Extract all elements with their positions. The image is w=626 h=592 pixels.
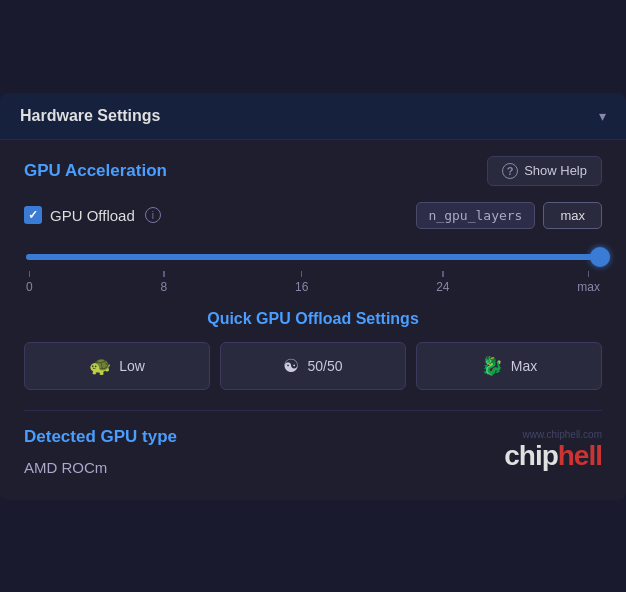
tick-dash: [29, 271, 31, 277]
quick-settings-title: Quick GPU Offload Settings: [24, 310, 602, 328]
quick-max-button[interactable]: 🐉 Max: [416, 342, 602, 390]
detected-gpu-left: Detected GPU type AMD ROCm: [24, 427, 177, 476]
detected-gpu-title: Detected GPU type: [24, 427, 177, 447]
low-icon: 🐢: [89, 355, 111, 377]
tick-label-0: 0: [26, 280, 33, 294]
gpu-layers-slider-container: 0 8 16 24 max: [24, 247, 602, 294]
tick-8: 8: [160, 271, 167, 294]
tick-16: 16: [295, 271, 308, 294]
tick-max: max: [577, 271, 600, 294]
gpu-offload-checkbox[interactable]: ✓: [24, 206, 42, 224]
quick-low-button[interactable]: 🐢 Low: [24, 342, 210, 390]
tick-label-8: 8: [160, 280, 167, 294]
tick-dash: [301, 271, 303, 277]
hardware-settings-panel: Hardware Settings ▾ GPU Acceleration ? S…: [0, 93, 626, 500]
gpu-offload-checkbox-wrapper[interactable]: ✓ GPU Offload: [24, 206, 135, 224]
show-help-button[interactable]: ? Show Help: [487, 156, 602, 186]
detected-gpu-header: Detected GPU type AMD ROCm www.chiphell.…: [24, 427, 602, 476]
slider-thumb[interactable]: [590, 247, 610, 267]
slider-ticks: 0 8 16 24 max: [26, 267, 600, 294]
fifty-icon: ☯: [283, 355, 299, 377]
show-help-label: Show Help: [524, 163, 587, 178]
param-name-label: n_gpu_layers: [416, 202, 536, 229]
gpu-offload-label: GPU Offload: [50, 207, 135, 224]
chevron-down-icon[interactable]: ▾: [599, 108, 606, 124]
slider-track: [26, 254, 600, 260]
tick-0: 0: [26, 271, 33, 294]
help-icon: ?: [502, 163, 518, 179]
quick-5050-button[interactable]: ☯ 50/50: [220, 342, 406, 390]
panel-title: Hardware Settings: [20, 107, 160, 125]
gpu-acceleration-title: GPU Acceleration: [24, 161, 167, 181]
tick-label-16: 16: [295, 280, 308, 294]
quick-settings-buttons: 🐢 Low ☯ 50/50 🐉 Max: [24, 342, 602, 390]
panel-header: Hardware Settings ▾: [0, 93, 626, 140]
slider-wrapper: [26, 247, 600, 267]
tick-label-24: 24: [436, 280, 449, 294]
panel-body: GPU Acceleration ? Show Help ✓ GPU Offlo…: [0, 140, 626, 500]
chip-text: chip: [504, 440, 558, 471]
quick-low-label: Low: [119, 358, 145, 374]
tick-label-max: max: [577, 280, 600, 294]
gpu-type-value: AMD ROCm: [24, 459, 177, 476]
chiphell-brand: chiphell: [504, 442, 602, 470]
tick-dash: [442, 271, 444, 277]
checkbox-check-icon: ✓: [28, 208, 38, 222]
quick-5050-label: 50/50: [307, 358, 342, 374]
max-icon: 🐉: [481, 355, 503, 377]
slider-fill: [26, 254, 600, 260]
chiphell-logo: www.chiphell.com chiphell: [504, 427, 602, 470]
info-icon[interactable]: i: [145, 207, 161, 223]
gpu-acceleration-header: GPU Acceleration ? Show Help: [24, 156, 602, 186]
tick-dash: [588, 271, 590, 277]
quick-max-label: Max: [511, 358, 537, 374]
watermark: www.chiphell.com: [523, 429, 602, 440]
tick-24: 24: [436, 271, 449, 294]
gpu-offload-row: ✓ GPU Offload i n_gpu_layers max: [24, 202, 602, 229]
quick-settings-section: Quick GPU Offload Settings 🐢 Low ☯ 50/50…: [24, 310, 602, 390]
detected-gpu-section: Detected GPU type AMD ROCm www.chiphell.…: [24, 410, 602, 476]
hell-text: hell: [558, 440, 602, 471]
gpu-offload-controls: n_gpu_layers max: [416, 202, 602, 229]
tick-dash: [163, 271, 165, 277]
param-value-label: max: [543, 202, 602, 229]
